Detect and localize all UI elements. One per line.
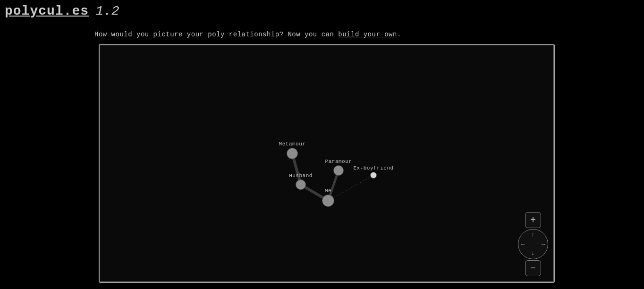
node-metamour[interactable]: Metamour: [287, 148, 298, 159]
build-your-own-link[interactable]: build your own: [338, 31, 397, 38]
pan-right-arrow-icon[interactable]: →: [541, 241, 545, 248]
node-husband[interactable]: Husband: [296, 179, 306, 190]
zoom-in-button[interactable]: +: [525, 212, 541, 228]
site-title-link[interactable]: polycul.es: [5, 4, 89, 18]
zoom-out-button[interactable]: −: [525, 260, 541, 276]
pan-up-arrow-icon[interactable]: ↑: [531, 231, 535, 238]
node-label: Husband: [289, 173, 313, 178]
node-dot-icon[interactable]: [370, 172, 377, 178]
intro-prefix: How would you picture your poly relation…: [94, 31, 338, 38]
version-label: 1.2: [95, 4, 119, 18]
intro-text: How would you picture your poly relation…: [94, 31, 644, 38]
node-dot-icon[interactable]: [322, 195, 334, 207]
node-label: Ex-boyfriend: [353, 165, 393, 171]
node-ex[interactable]: Ex-boyfriend: [370, 172, 377, 178]
graph-canvas[interactable]: MeHusbandMetamourParamourEx-boyfriend + …: [99, 44, 554, 282]
node-label: Me: [325, 188, 331, 194]
nav-controls: + ↑ ↓ ← → −: [518, 212, 548, 276]
pan-control[interactable]: ↑ ↓ ← →: [518, 229, 548, 259]
node-label: Paramour: [325, 159, 352, 164]
node-dot-icon[interactable]: [296, 179, 306, 190]
pan-left-arrow-icon[interactable]: ←: [521, 241, 525, 248]
pan-down-arrow-icon[interactable]: ↓: [531, 250, 535, 257]
node-me[interactable]: Me: [322, 195, 334, 207]
node-dot-icon[interactable]: [287, 148, 298, 159]
page-header: polycul.es 1.2: [0, 0, 644, 18]
node-dot-icon[interactable]: [333, 165, 344, 176]
intro-suffix: .: [397, 31, 401, 38]
edge-me-ex: [328, 175, 373, 201]
node-paramour[interactable]: Paramour: [333, 165, 344, 176]
node-label: Metamour: [279, 141, 306, 147]
